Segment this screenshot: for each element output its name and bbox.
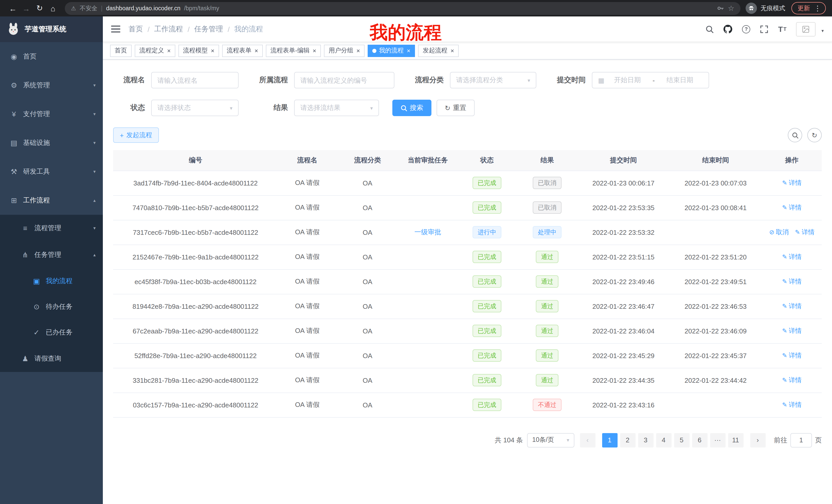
sidebar-item-process-mgmt[interactable]: ≡流程管理▾ (0, 215, 103, 242)
search-button[interactable]: 搜索 (392, 100, 432, 116)
goto-page-input[interactable] (790, 433, 812, 447)
column-header: 流程分类 (337, 150, 398, 171)
detail-action-link[interactable]: ✎详情 (782, 376, 802, 385)
screen: ← → ↻ ⌂ ⚠ 不安全 | dashboard.yudao.iocoder.… (0, 0, 832, 504)
hamburger-icon[interactable] (111, 25, 120, 33)
edit-icon: ✎ (782, 376, 787, 384)
browser-home-button[interactable]: ⌂ (46, 2, 60, 15)
tab-process-model[interactable]: 流程模型× (178, 45, 219, 57)
tab-user-group[interactable]: 用户分组× (324, 45, 365, 57)
tab-my-process[interactable]: 我的流程× (368, 45, 415, 57)
page-button[interactable]: 1 (602, 433, 617, 447)
page-button[interactable]: 4 (656, 433, 671, 447)
refresh-button[interactable]: ↻ (807, 128, 822, 142)
tab-close-icon[interactable]: × (211, 47, 214, 54)
tab-close-icon[interactable]: × (167, 47, 171, 54)
edit-icon: ✎ (782, 352, 787, 359)
toggle-search-button[interactable] (788, 128, 802, 142)
next-page-button[interactable]: › (750, 433, 765, 447)
page-button[interactable]: 5 (674, 433, 689, 447)
back-button[interactable]: ← (6, 2, 20, 15)
sidebar-item-system[interactable]: ⚙系统管理▾ (0, 71, 103, 100)
bookmark-star-icon[interactable]: ☆ (728, 4, 734, 12)
tab-start-process[interactable]: 发起流程× (418, 45, 459, 57)
tab-process-form[interactable]: 流程表单× (222, 45, 263, 57)
page-size-select[interactable]: 10条/页 ▾ (527, 433, 574, 447)
category-select[interactable]: 请选择流程分类 ▾ (450, 72, 536, 88)
detail-action-link[interactable]: ✎详情 (782, 203, 802, 212)
process-name-cell: OA 请假 (278, 245, 337, 269)
reload-button[interactable]: ↻ (33, 2, 46, 15)
tab-label: 用户分组 (329, 46, 353, 55)
tab-close-icon[interactable]: × (450, 47, 454, 54)
tab-close-icon[interactable]: × (356, 47, 360, 54)
sidebar-item-todo-tasks[interactable]: ⊙待办任务 (0, 294, 103, 319)
sidebar-item-payment[interactable]: ¥支付管理▾ (0, 100, 103, 129)
app-logo[interactable]: 芋道管理系统 (0, 17, 103, 42)
sidebar-item-done-tasks[interactable]: ✓已办任务 (0, 319, 103, 345)
browser-menu-icon[interactable]: ⋮ (813, 4, 822, 12)
sidebar-item-home[interactable]: ◉首页 (0, 42, 103, 71)
key-icon[interactable] (717, 5, 724, 12)
detail-action-link[interactable]: ✎详情 (782, 277, 802, 286)
tab-home[interactable]: 首页 (110, 45, 132, 57)
detail-action-link[interactable]: ✎详情 (782, 351, 802, 360)
process-definition-input[interactable] (294, 72, 394, 88)
sidebar-item-label: 任务管理 (34, 250, 61, 259)
detail-action-link[interactable]: ✎详情 (782, 253, 802, 261)
detail-action-link[interactable]: ✎详情 (782, 302, 802, 311)
update-button[interactable]: 更新 ⋮ (791, 2, 826, 15)
avatar-caret-icon[interactable]: ▾ (822, 28, 824, 36)
tab-process-definition[interactable]: 流程定义× (135, 45, 175, 57)
start-process-button[interactable]: + 发起流程 (113, 128, 159, 143)
detail-action-link[interactable]: ✎详情 (782, 178, 802, 187)
sidebar-item-task-mgmt[interactable]: ⋔任务管理▴ (0, 242, 103, 268)
sidebar-item-workflow[interactable]: ⊞工作流程▴ (0, 186, 103, 215)
breadcrumb-item[interactable]: 工作流程 (154, 24, 183, 34)
tab-close-icon[interactable]: × (255, 47, 258, 54)
update-label: 更新 (798, 4, 810, 12)
prev-page-button[interactable]: ‹ (580, 433, 595, 447)
filter-form-row-2: 状态 请选择状态 ▾ 结果 请选择流结果 ▾ 搜索 ↻ (113, 100, 822, 116)
sidebar-item-infra[interactable]: ▤基础设施▾ (0, 129, 103, 157)
forward-button[interactable]: → (20, 2, 33, 15)
status-select[interactable]: 请选择状态 ▾ (151, 100, 239, 116)
date-range-input[interactable]: ▦ 开始日期 - 结束日期 (592, 72, 709, 88)
breadcrumb-item[interactable]: 首页 (129, 24, 143, 34)
detail-action-link[interactable]: ✎详情 (795, 228, 814, 236)
security-label[interactable]: 不安全 (80, 4, 98, 12)
tab-close-icon[interactable]: × (407, 47, 410, 54)
tab-close-icon[interactable]: × (313, 47, 316, 54)
page-button[interactable]: 2 (620, 433, 635, 447)
submit-time-cell: 2022-01-23 00:06:17 (578, 171, 670, 195)
page-button[interactable]: 11 (728, 433, 743, 447)
page-button[interactable]: 3 (638, 433, 653, 447)
process-name-input[interactable] (151, 72, 239, 88)
help-icon[interactable]: ? (742, 25, 750, 33)
result-select[interactable]: 请选择流结果 ▾ (294, 100, 379, 116)
font-size-icon[interactable]: TT (778, 25, 786, 33)
process-id-cell: 67c2eaab-7b9a-11ec-a290-acde48001122 (113, 318, 278, 343)
cancel-action-link[interactable]: ⊘取消 (769, 228, 789, 236)
address-bar[interactable]: ⚠ 不安全 | dashboard.yudao.iocoder.cn/bpm/t… (65, 2, 740, 15)
sidebar-item-leave-query[interactable]: ♟请假查询 (0, 345, 103, 372)
current-task-link[interactable]: 一级审批 (414, 228, 441, 236)
fullscreen-icon[interactable] (760, 25, 768, 33)
reset-button[interactable]: ↻ 重置 (437, 100, 475, 116)
breadcrumb-item[interactable]: 任务管理 (194, 24, 223, 34)
chevron-down-icon: ▾ (230, 105, 232, 111)
sidebar-item-devtools[interactable]: ⚒研发工具▾ (0, 157, 103, 186)
detail-action-link[interactable]: ✎详情 (782, 327, 802, 335)
result-cell: 通过 (517, 245, 577, 269)
github-icon[interactable] (724, 25, 732, 33)
detail-action-link[interactable]: ✎详情 (782, 400, 802, 409)
detail-action-link-label: 详情 (789, 327, 802, 335)
tab-process-form-edit[interactable]: 流程表单-编辑× (266, 45, 321, 57)
page-button[interactable]: 6 (692, 433, 707, 447)
avatar[interactable] (796, 22, 816, 36)
search-icon[interactable] (705, 25, 714, 33)
table-row: 7470a810-7b9b-11ec-b5b7-acde48001122OA 请… (113, 195, 822, 220)
current-task-cell (398, 318, 457, 343)
sidebar-item-my-process[interactable]: ▣我的流程 (0, 268, 103, 294)
current-task-cell (398, 294, 457, 318)
